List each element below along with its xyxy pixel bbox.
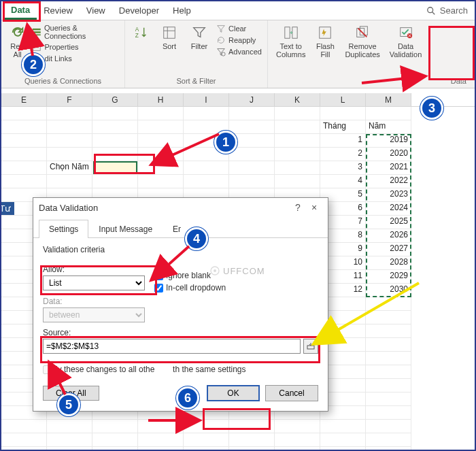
ignore-blank-checkbox[interactable]: [154, 271, 163, 280]
text-to-columns-button[interactable]: Text to Columns: [272, 23, 309, 60]
sort-az-button[interactable]: AZ: [129, 23, 154, 44]
group-label-queries: Queries & Connections: [5, 76, 120, 85]
clear-all-button[interactable]: Clear All: [43, 386, 99, 401]
cell[interactable]: 2: [320, 148, 366, 161]
data-validation-button[interactable]: Data Validation: [386, 23, 426, 60]
tab-developer[interactable]: Developer: [112, 3, 166, 18]
sort-icon: [162, 25, 177, 40]
svg-rect-10: [164, 27, 175, 39]
ok-button[interactable]: OK: [207, 385, 260, 401]
reapply-button[interactable]: Reapply: [215, 35, 263, 46]
watermark: UFFCOM: [209, 265, 265, 276]
links-icon: [32, 54, 41, 63]
advanced-icon: [216, 47, 226, 56]
col-header-I[interactable]: I: [184, 93, 229, 106]
svg-rect-15: [292, 27, 297, 39]
svg-rect-3: [33, 31, 41, 33]
sort-button[interactable]: Sort: [155, 23, 184, 52]
remove-duplicates-icon: [355, 25, 370, 40]
col-header-K[interactable]: K: [275, 93, 320, 106]
cell[interactable]: 4: [320, 175, 366, 188]
clear-icon: [216, 24, 226, 33]
search-box[interactable]: Search: [420, 5, 475, 16]
svg-rect-2: [33, 29, 41, 31]
dialog-close-button[interactable]: ×: [306, 202, 322, 213]
dialog-tab-settings[interactable]: Settings: [39, 220, 88, 238]
cell[interactable]: 1: [320, 134, 366, 148]
cell[interactable]: Tháng: [320, 120, 366, 134]
cancel-button[interactable]: Cancel: [265, 385, 318, 401]
svg-rect-4: [33, 34, 41, 35]
tab-view[interactable]: View: [80, 3, 112, 18]
filter-button[interactable]: Filter: [185, 23, 214, 52]
active-cell[interactable]: [93, 161, 137, 174]
incell-dropdown-label: In-cell dropdown: [166, 283, 226, 293]
search-label: Search: [440, 5, 468, 16]
dialog-title: Data Validation: [39, 203, 98, 213]
dialog-tab-error-alert[interactable]: Er: [163, 220, 191, 238]
flash-fill-icon: [318, 25, 333, 40]
svg-line-19: [358, 29, 367, 37]
data-validation-dialog: Data Validation ? × Settings Input Messa…: [33, 197, 328, 412]
reapply-icon: [216, 35, 226, 45]
clear-button[interactable]: Clear: [215, 23, 263, 34]
svg-text:Z: Z: [135, 33, 139, 39]
refresh-all-button[interactable]: Refr All: [5, 23, 29, 60]
col-header-G[interactable]: G: [92, 93, 138, 106]
advanced-button[interactable]: Advanced: [215, 46, 263, 57]
collapse-icon: [307, 342, 315, 350]
cell[interactable]: Năm: [366, 120, 411, 134]
cell[interactable]: Chọn Năm: [47, 161, 92, 175]
apply-all-checkbox: [43, 365, 52, 374]
properties-button[interactable]: Properties: [31, 41, 120, 52]
sort-az-icon: AZ: [134, 25, 149, 40]
validation-criteria-label: Validation criteria: [43, 245, 318, 254]
data-label: Data:: [43, 297, 318, 306]
dialog-help-button[interactable]: ?: [290, 202, 306, 213]
source-ref-button[interactable]: [303, 339, 318, 354]
ribbon: Refr All Queries & Connections Propertie…: [1, 20, 475, 88]
flash-fill-button[interactable]: Flash Fill: [311, 23, 339, 60]
text-to-columns-icon: [284, 25, 299, 40]
remove-duplicates-button[interactable]: Remove Duplicates: [341, 23, 384, 60]
weekday-cell: ứ Tư: [0, 202, 14, 215]
group-label-datatools: Data: [272, 76, 471, 85]
svg-rect-24: [307, 346, 314, 349]
apply-all-label: ly these changes to all othe th the same…: [56, 365, 246, 374]
tab-data[interactable]: Data: [4, 2, 37, 20]
svg-line-1: [432, 12, 435, 14]
data-select: between: [43, 307, 145, 322]
svg-rect-5: [33, 44, 41, 51]
properties-icon: [32, 42, 41, 52]
search-icon: [426, 6, 436, 16]
dialog-tab-input-message[interactable]: Input Message: [88, 220, 163, 238]
watermark-icon: [209, 265, 220, 276]
incell-dropdown-checkbox[interactable]: [154, 284, 163, 293]
tab-help[interactable]: Help: [166, 3, 198, 18]
svg-point-0: [428, 7, 433, 12]
edit-links-button[interactable]: dit Links: [31, 53, 120, 64]
source-input[interactable]: [43, 339, 301, 354]
marching-ants-selection: [366, 134, 411, 297]
source-label: Source:: [43, 328, 318, 337]
col-header-H[interactable]: H: [138, 93, 184, 106]
refresh-icon: [10, 25, 25, 40]
filter-icon: [192, 25, 207, 40]
tab-review[interactable]: Review: [37, 3, 80, 18]
col-header-J[interactable]: J: [229, 93, 275, 106]
col-header-L[interactable]: L: [320, 93, 366, 106]
cell[interactable]: 3: [320, 161, 366, 175]
queries-connections-button[interactable]: Queries & Connections: [31, 23, 120, 41]
connections-stack: Queries & Connections Properties dit Lin…: [31, 23, 120, 64]
ribbon-tabs: Data Review View Developer Help Search: [1, 1, 475, 20]
col-header-E[interactable]: E: [1, 93, 47, 106]
allow-label: Allow:: [43, 265, 145, 274]
svg-point-13: [222, 52, 225, 56]
col-header-F[interactable]: F: [47, 93, 92, 106]
allow-select[interactable]: List: [43, 275, 145, 290]
svg-rect-14: [285, 27, 290, 39]
group-label-sortfilter: Sort & Filter: [129, 76, 263, 85]
col-header-M[interactable]: M: [366, 93, 411, 106]
ignore-blank-label: Ignore blank: [166, 271, 211, 280]
svg-point-33: [214, 269, 216, 272]
